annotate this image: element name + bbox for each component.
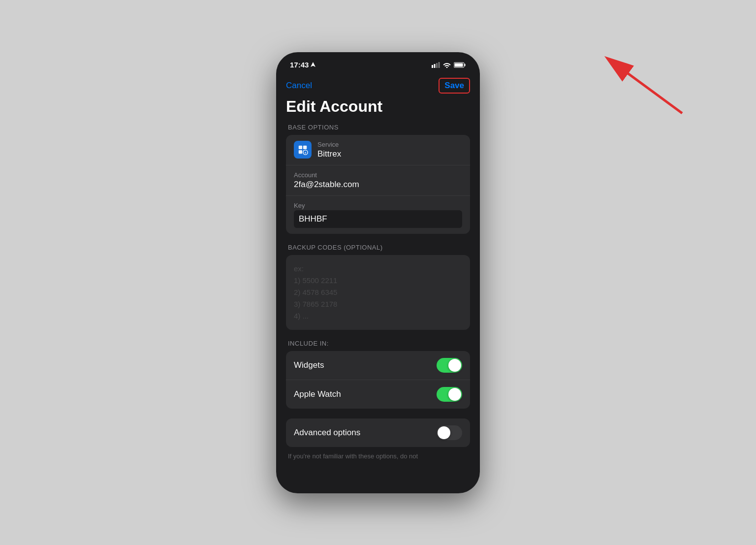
key-row[interactable]: Key BHHBF: [286, 196, 470, 234]
annotation-arrow: [564, 30, 692, 128]
backup-codes-label: BACKUP CODES (OPTIONAL): [288, 244, 470, 251]
svg-rect-8: [455, 63, 463, 66]
svg-rect-5: [439, 62, 440, 68]
advanced-options-card: Advanced options: [286, 418, 470, 447]
svg-text:+: +: [304, 151, 306, 155]
svg-rect-11: [299, 150, 302, 154]
include-in-label: INCLUDE IN:: [288, 340, 470, 347]
apple-watch-toggle-knob: [448, 388, 461, 401]
cancel-button[interactable]: Cancel: [286, 81, 312, 91]
account-field-label: Account: [294, 171, 462, 179]
save-button[interactable]: Save: [439, 78, 470, 94]
signal-icon: [432, 62, 440, 68]
service-field-value: Bittrex: [317, 149, 341, 159]
location-icon: [311, 62, 315, 68]
svg-rect-4: [436, 63, 438, 68]
account-row[interactable]: Account 2fa@2stable.com: [286, 165, 470, 196]
svg-rect-7: [465, 64, 466, 66]
svg-line-1: [608, 59, 682, 113]
service-info: Service Bittrex: [317, 141, 341, 159]
wifi-icon: [443, 62, 451, 68]
base-options-label: BASE OPTIONS: [288, 124, 470, 131]
backup-codes-input[interactable]: ex:1) 5500 22112) 4578 63453) 7865 21784…: [286, 255, 470, 330]
key-field-label: Key: [294, 202, 462, 209]
service-app-icon: +: [294, 141, 312, 159]
account-field-value: 2fa@2stable.com: [294, 180, 462, 190]
key-field-value[interactable]: BHHBF: [294, 210, 462, 228]
base-options-card: + Service Bittrex Account 2fa@2stable.co…: [286, 135, 470, 234]
service-field-label: Service: [317, 141, 341, 148]
svg-rect-2: [432, 65, 433, 68]
page-title: Edit Account: [286, 97, 470, 116]
status-time: 17:43: [290, 61, 315, 69]
nav-bar: Cancel Save: [276, 74, 480, 97]
status-icons: [432, 62, 466, 68]
svg-rect-3: [434, 64, 436, 68]
include-in-card: Widgets Apple Watch: [286, 351, 470, 409]
svg-rect-10: [303, 146, 307, 149]
battery-icon: [454, 62, 466, 68]
advanced-options-row: Advanced options: [286, 418, 470, 447]
advanced-options-toggle[interactable]: [437, 425, 462, 440]
apple-watch-row: Apple Watch: [286, 380, 470, 409]
time-label: 17:43: [290, 61, 309, 69]
service-icon-graphic: +: [297, 144, 308, 155]
status-bar: 17:43: [276, 52, 480, 74]
apple-watch-toggle[interactable]: [437, 387, 462, 402]
widgets-label: Widgets: [294, 360, 324, 370]
phone-frame: 17:43: [276, 52, 480, 493]
scroll-content: Edit Account BASE OPTIONS + Servic: [276, 97, 480, 492]
apple-watch-label: Apple Watch: [294, 389, 341, 399]
service-row: + Service Bittrex: [286, 135, 470, 165]
widgets-toggle[interactable]: [437, 358, 462, 373]
backup-codes-placeholder: ex:1) 5500 22112) 4578 63453) 7865 21784…: [294, 263, 462, 322]
footer-text: If you're not familiar with these option…: [286, 452, 470, 461]
widgets-toggle-knob: [448, 359, 461, 372]
svg-rect-9: [299, 146, 302, 149]
advanced-options-toggle-knob: [438, 426, 450, 439]
widgets-row: Widgets: [286, 351, 470, 380]
advanced-options-label: Advanced options: [294, 428, 360, 438]
